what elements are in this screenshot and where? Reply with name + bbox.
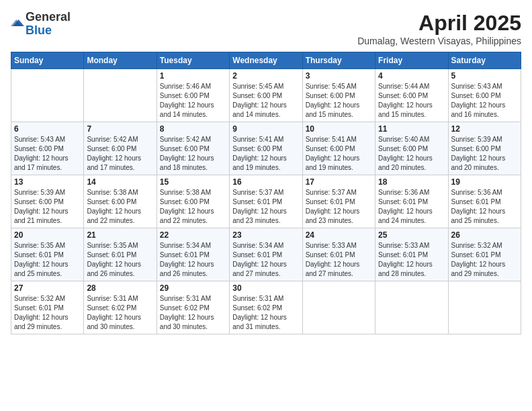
day-detail: Sunrise: 5:38 AMSunset: 6:00 PMDaylight:… [87, 188, 153, 226]
day-number: 15 [160, 177, 226, 187]
title-block: April 2025 Dumalag, Western Visayas, Phi… [357, 11, 521, 46]
weekday-header-thursday: Thursday [302, 52, 375, 69]
calendar-cell: 10Sunrise: 5:41 AMSunset: 6:00 PMDayligh… [302, 122, 375, 175]
day-number: 30 [232, 283, 299, 293]
day-detail: Sunrise: 5:38 AMSunset: 6:00 PMDaylight:… [160, 188, 226, 226]
day-number: 7 [87, 124, 153, 134]
page-header: General Blue April 2025 Dumalag, Western… [11, 11, 521, 46]
calendar-cell: 14Sunrise: 5:38 AMSunset: 6:00 PMDayligh… [84, 175, 157, 228]
weekday-header-saturday: Saturday [448, 52, 521, 69]
day-number: 8 [160, 124, 226, 134]
day-detail: Sunrise: 5:43 AMSunset: 6:00 PMDaylight:… [14, 135, 81, 173]
logo: General Blue [11, 11, 71, 38]
day-detail: Sunrise: 5:46 AMSunset: 6:00 PMDaylight:… [160, 82, 226, 120]
day-detail: Sunrise: 5:35 AMSunset: 6:01 PMDaylight:… [14, 241, 81, 279]
day-detail: Sunrise: 5:39 AMSunset: 6:00 PMDaylight:… [451, 135, 518, 173]
day-number: 14 [87, 177, 153, 187]
calendar-cell: 19Sunrise: 5:36 AMSunset: 6:01 PMDayligh… [448, 175, 521, 228]
calendar-cell: 8Sunrise: 5:42 AMSunset: 6:00 PMDaylight… [157, 122, 229, 175]
calendar-cell: 4Sunrise: 5:44 AMSunset: 6:00 PMDaylight… [375, 69, 448, 122]
day-detail: Sunrise: 5:41 AMSunset: 6:00 PMDaylight:… [306, 135, 372, 173]
calendar-cell: 25Sunrise: 5:33 AMSunset: 6:01 PMDayligh… [375, 228, 448, 281]
day-number: 16 [232, 177, 299, 187]
calendar-cell: 13Sunrise: 5:39 AMSunset: 6:00 PMDayligh… [11, 175, 84, 228]
day-number: 23 [232, 230, 299, 240]
calendar-cell [84, 69, 157, 122]
calendar-cell: 27Sunrise: 5:32 AMSunset: 6:01 PMDayligh… [11, 281, 84, 334]
calendar-cell: 2Sunrise: 5:45 AMSunset: 6:00 PMDaylight… [230, 69, 302, 122]
calendar-cell: 11Sunrise: 5:40 AMSunset: 6:00 PMDayligh… [375, 122, 448, 175]
calendar-cell: 9Sunrise: 5:41 AMSunset: 6:00 PMDaylight… [230, 122, 302, 175]
day-number: 1 [160, 71, 226, 81]
logo-text: General Blue [26, 11, 71, 38]
day-number: 2 [232, 71, 299, 81]
calendar-cell [448, 281, 521, 334]
day-detail: Sunrise: 5:40 AMSunset: 6:00 PMDaylight:… [378, 135, 445, 173]
day-detail: Sunrise: 5:33 AMSunset: 6:01 PMDaylight:… [306, 241, 372, 279]
day-number: 22 [160, 230, 226, 240]
day-number: 26 [451, 230, 518, 240]
day-detail: Sunrise: 5:34 AMSunset: 6:01 PMDaylight:… [160, 241, 226, 279]
day-detail: Sunrise: 5:31 AMSunset: 6:02 PMDaylight:… [87, 294, 153, 332]
month-year: April 2025 [357, 11, 521, 36]
calendar-cell: 18Sunrise: 5:36 AMSunset: 6:01 PMDayligh… [375, 175, 448, 228]
calendar-cell: 20Sunrise: 5:35 AMSunset: 6:01 PMDayligh… [11, 228, 84, 281]
day-number: 25 [378, 230, 445, 240]
day-detail: Sunrise: 5:36 AMSunset: 6:01 PMDaylight:… [378, 188, 445, 226]
day-number: 20 [14, 230, 81, 240]
day-number: 27 [14, 283, 81, 293]
calendar-cell: 30Sunrise: 5:31 AMSunset: 6:02 PMDayligh… [230, 281, 302, 334]
calendar-cell [11, 69, 84, 122]
calendar-cell: 24Sunrise: 5:33 AMSunset: 6:01 PMDayligh… [302, 228, 375, 281]
day-number: 29 [160, 283, 226, 293]
calendar-cell: 5Sunrise: 5:43 AMSunset: 6:00 PMDaylight… [448, 69, 521, 122]
logo-blue: Blue [26, 24, 52, 37]
day-detail: Sunrise: 5:32 AMSunset: 6:01 PMDaylight:… [14, 294, 81, 332]
day-number: 21 [87, 230, 153, 240]
calendar-cell: 17Sunrise: 5:37 AMSunset: 6:01 PMDayligh… [302, 175, 375, 228]
day-detail: Sunrise: 5:45 AMSunset: 6:00 PMDaylight:… [232, 82, 299, 120]
day-number: 12 [451, 124, 518, 134]
weekday-header-sunday: Sunday [11, 52, 84, 69]
calendar-table: SundayMondayTuesdayWednesdayThursdayFrid… [11, 52, 521, 334]
calendar-week-row: 20Sunrise: 5:35 AMSunset: 6:01 PMDayligh… [11, 228, 521, 281]
day-detail: Sunrise: 5:31 AMSunset: 6:02 PMDaylight:… [232, 294, 299, 332]
calendar-header-row: SundayMondayTuesdayWednesdayThursdayFrid… [11, 52, 521, 69]
calendar-cell: 3Sunrise: 5:45 AMSunset: 6:00 PMDaylight… [302, 69, 375, 122]
calendar-week-row: 13Sunrise: 5:39 AMSunset: 6:00 PMDayligh… [11, 175, 521, 228]
day-number: 4 [378, 71, 445, 81]
calendar-cell [302, 281, 375, 334]
day-detail: Sunrise: 5:36 AMSunset: 6:01 PMDaylight:… [451, 188, 518, 226]
day-detail: Sunrise: 5:42 AMSunset: 6:00 PMDaylight:… [160, 135, 226, 173]
calendar-cell: 15Sunrise: 5:38 AMSunset: 6:00 PMDayligh… [157, 175, 229, 228]
day-detail: Sunrise: 5:32 AMSunset: 6:01 PMDaylight:… [451, 241, 518, 279]
day-detail: Sunrise: 5:35 AMSunset: 6:01 PMDaylight:… [87, 241, 153, 279]
calendar-week-row: 1Sunrise: 5:46 AMSunset: 6:00 PMDaylight… [11, 69, 521, 122]
calendar-cell: 22Sunrise: 5:34 AMSunset: 6:01 PMDayligh… [157, 228, 229, 281]
calendar-week-row: 27Sunrise: 5:32 AMSunset: 6:01 PMDayligh… [11, 281, 521, 334]
weekday-header-wednesday: Wednesday [230, 52, 302, 69]
calendar-cell: 21Sunrise: 5:35 AMSunset: 6:01 PMDayligh… [84, 228, 157, 281]
day-detail: Sunrise: 5:37 AMSunset: 6:01 PMDaylight:… [232, 188, 299, 226]
calendar-cell: 7Sunrise: 5:42 AMSunset: 6:00 PMDaylight… [84, 122, 157, 175]
calendar-cell: 1Sunrise: 5:46 AMSunset: 6:00 PMDaylight… [157, 69, 229, 122]
day-number: 19 [451, 177, 518, 187]
day-number: 28 [87, 283, 153, 293]
logo-general: General [26, 10, 71, 24]
day-detail: Sunrise: 5:45 AMSunset: 6:00 PMDaylight:… [306, 82, 372, 120]
day-detail: Sunrise: 5:33 AMSunset: 6:01 PMDaylight:… [378, 241, 445, 279]
day-number: 24 [306, 230, 372, 240]
day-number: 11 [378, 124, 445, 134]
day-number: 3 [306, 71, 372, 81]
day-detail: Sunrise: 5:34 AMSunset: 6:01 PMDaylight:… [232, 241, 299, 279]
location: Dumalag, Western Visayas, Philippines [357, 36, 521, 46]
calendar-cell: 12Sunrise: 5:39 AMSunset: 6:00 PMDayligh… [448, 122, 521, 175]
calendar-cell: 26Sunrise: 5:32 AMSunset: 6:01 PMDayligh… [448, 228, 521, 281]
calendar-cell: 28Sunrise: 5:31 AMSunset: 6:02 PMDayligh… [84, 281, 157, 334]
day-number: 13 [14, 177, 81, 187]
calendar-cell [375, 281, 448, 334]
calendar-cell: 23Sunrise: 5:34 AMSunset: 6:01 PMDayligh… [230, 228, 302, 281]
weekday-header-monday: Monday [84, 52, 157, 69]
day-number: 6 [14, 124, 81, 134]
day-number: 9 [232, 124, 299, 134]
